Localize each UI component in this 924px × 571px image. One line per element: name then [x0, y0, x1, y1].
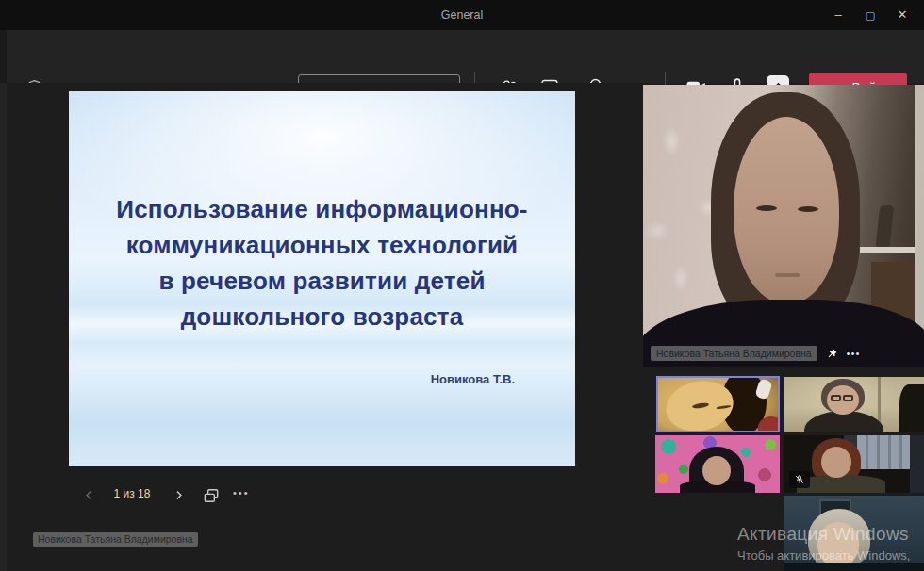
title-bar: General – ▢ ✕: [0, 0, 924, 30]
shared-slide: Использование информационно- коммуникаци…: [69, 91, 575, 466]
minimize-button[interactable]: –: [822, 0, 854, 30]
participant-tile[interactable]: [784, 377, 924, 432]
curtain-shape: [910, 435, 924, 493]
person-eyes-shape: [756, 205, 777, 211]
slide-author: Новикова Т.В.: [431, 372, 515, 386]
window-title: General: [0, 0, 924, 30]
window-shape: [857, 435, 910, 469]
participant-tile-active-speaker[interactable]: [656, 376, 780, 432]
shelf-shape: [860, 247, 915, 253]
second-person-shape: [899, 384, 924, 432]
glasses-shape: [831, 395, 841, 401]
slide-thumbnails-icon[interactable]: [199, 483, 223, 508]
slide-title: Использование информационно- коммуникаци…: [69, 91, 575, 334]
person-mouth-shape: [775, 273, 800, 277]
slide-more-options-icon[interactable]: •••: [233, 487, 250, 498]
next-slide-button[interactable]: [168, 484, 189, 505]
maximize-button[interactable]: ▢: [854, 0, 886, 30]
participant-tile[interactable]: [784, 496, 924, 571]
pin-icon[interactable]: [826, 348, 838, 360]
person-body-shape: [797, 475, 885, 493]
person-body-shape: [804, 411, 883, 432]
slide-title-line: дошкольного возраста: [69, 299, 575, 334]
teams-meeting-window: General – ▢ ✕ 11:59 Получить управление: [0, 0, 924, 571]
participant-tile-muted[interactable]: [784, 435, 924, 493]
person-body-shape: [680, 481, 755, 493]
video-feed: [784, 377, 924, 432]
slide-page-indicator: 1 из 18: [104, 487, 160, 500]
participant-tile[interactable]: [655, 435, 780, 493]
video-feed: [784, 435, 924, 493]
participants-panel: Новикова Татьяна Владимировна •••: [643, 85, 924, 571]
video-feed: [658, 378, 778, 431]
tile-more-options-icon[interactable]: •••: [847, 349, 861, 359]
headphone-shape: [754, 378, 772, 400]
slide-navigation: 1 из 18 •••: [0, 482, 643, 509]
person-eyes-shape: [692, 402, 710, 409]
presenter-name-label: Новикова Татьяна Владимировна: [33, 532, 198, 547]
slide-title-line: в речевом развитии детей: [69, 263, 575, 299]
person-body-shape: [784, 563, 924, 571]
window-controls: – ▢ ✕: [822, 0, 918, 30]
close-button[interactable]: ✕: [886, 0, 918, 30]
background-shape: [758, 416, 780, 432]
previous-slide-button[interactable]: [78, 484, 99, 505]
main-video-overlay: Новикова Татьяна Владимировна •••: [651, 346, 861, 361]
presentation-stage: Использование информационно- коммуникаци…: [0, 83, 643, 571]
doorframe-shape: [819, 499, 851, 554]
slide-title-line: Использование информационно-: [69, 191, 575, 227]
microphone-muted-icon: [789, 471, 810, 488]
slide-title-line: коммуникационных технологий: [69, 227, 575, 263]
participant-name-label: Новикова Татьяна Владимировна: [651, 346, 817, 361]
video-feed: [784, 496, 924, 571]
video-feed: [655, 435, 780, 493]
meeting-toolbar: 11:59 Получить управление: [0, 30, 924, 83]
main-video-tile[interactable]: Новикова Татьяна Владимировна •••: [643, 85, 924, 367]
window-edge: [0, 30, 7, 83]
